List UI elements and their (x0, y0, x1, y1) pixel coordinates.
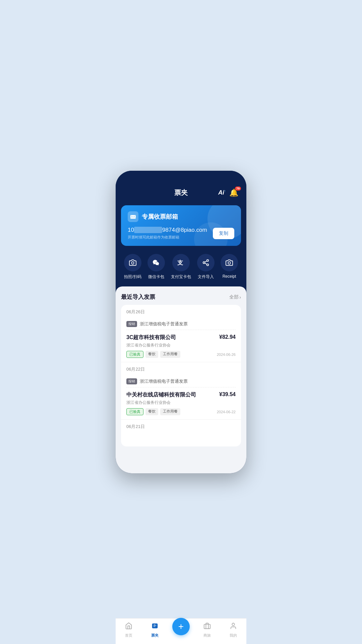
invoice-item-1[interactable]: 3C超市科技有限公司 ¥82.94 浙江省办公服务行业协会 已验真 餐饮 工作用… (121, 330, 241, 362)
email-card: ✉️ 专属收票邮箱 10████9874@8piao.com 开票时填写此邮箱作… (121, 205, 241, 246)
action-camera-label: 拍照/扫码 (124, 274, 141, 280)
action-wechat-label: 微信卡包 (148, 274, 164, 280)
section-header: 最近导入发票 全部 › (121, 293, 241, 301)
baoxiao-tag-1: 报销 (126, 321, 137, 327)
wechat-icon (147, 254, 165, 271)
invoice-sub-2: 浙江省办公服务行业协会 (126, 400, 236, 406)
date-group-2: 06月22日 报销 浙江增值税电子普通发票 (121, 362, 241, 387)
date-label-3: 06月21日 (126, 424, 236, 430)
email-card-title-text: 专属收票邮箱 (142, 213, 178, 221)
page-title: 票夹 (144, 188, 218, 197)
header-right: Ai↑ 🔔 79 (218, 189, 238, 197)
svg-point-0 (131, 262, 134, 264)
camera-icon (124, 254, 141, 271)
email-address: 10████9874@8piao.com (128, 227, 213, 233)
invoice-company-2: 中关村在线店铺科技有限公司 (126, 391, 196, 398)
ai-button[interactable]: Ai↑ (218, 189, 226, 196)
phone-shell: 票夹 Ai↑ 🔔 79 ✉️ 专属收票邮箱 10████9874@8piao.c… (116, 171, 246, 473)
tags-left-2: 已验真 餐饮 工作用餐 (126, 408, 180, 415)
quick-actions: 拍照/扫码 微信卡包 支 支付宝卡包 (116, 251, 246, 286)
ai-sup: ↑ (224, 189, 226, 193)
email-card-title-row: ✉️ 专属收票邮箱 (128, 211, 234, 222)
action-receipt-label: Receipt (223, 274, 236, 279)
notification-bell[interactable]: 🔔 79 (229, 189, 238, 197)
file-icon (197, 254, 215, 271)
action-file[interactable]: 文件导入 (197, 254, 215, 280)
action-receipt[interactable]: Receipt (221, 254, 238, 280)
tag-meal-2: 工作用餐 (160, 408, 180, 415)
svg-line-5 (205, 263, 207, 264)
action-alipay-label: 支付宝卡包 (171, 274, 191, 280)
baoxiao-tag-2: 报销 (126, 378, 137, 384)
svg-point-7 (228, 262, 230, 264)
copy-button[interactable]: 复制 (213, 228, 234, 239)
invoice-tags-row-1: 已验真 餐饮 工作用餐 2024-06-26 (126, 351, 236, 358)
date-label-2: 06月22日 (126, 366, 236, 372)
invoice-type-row-1: 报销 浙江增值税电子普通发票 (126, 318, 236, 330)
date-label-1: 06月26日 (126, 309, 236, 315)
notification-badge: 79 (235, 186, 241, 191)
invoice-date-2: 2024-06-22 (217, 410, 236, 414)
group-3-placeholder (121, 433, 241, 446)
alipay-icon: 支 (172, 254, 190, 271)
tag-catering-2: 餐饮 (145, 408, 158, 415)
header: 票夹 Ai↑ 🔔 79 (116, 171, 246, 203)
invoice-type-row-2: 报销 浙江增值税电子普通发票 (126, 376, 236, 387)
action-file-label: 文件导入 (198, 274, 214, 280)
svg-text:支: 支 (177, 260, 183, 266)
invoice-item-2[interactable]: 中关村在线店铺科技有限公司 ¥39.54 浙江省办公服务行业协会 已验真 餐饮 … (121, 387, 241, 420)
action-wechat[interactable]: 微信卡包 (147, 254, 165, 280)
email-icon: ✉️ (128, 211, 138, 222)
verified-tag-2: 已验真 (126, 408, 143, 415)
tags-left-1: 已验真 餐饮 工作用餐 (126, 351, 180, 358)
verified-tag-1: 已验真 (126, 351, 143, 358)
email-hint: 开票时填写此邮箱作为收票邮箱 (128, 235, 213, 240)
invoice-type-text-2: 浙江增值税电子普通发票 (140, 378, 188, 384)
section-more[interactable]: 全部 › (229, 294, 241, 300)
invoice-list: 06月26日 报销 浙江增值税电子普通发票 3C超市科技有限公司 ¥82.94 … (121, 305, 241, 446)
tag-meal-1: 工作用餐 (160, 351, 180, 358)
receipt-icon (221, 254, 238, 271)
invoice-amount-1: ¥82.94 (219, 334, 236, 340)
invoice-type-text-1: 浙江增值税电子普通发票 (140, 321, 188, 327)
invoice-tags-row-2: 已验真 餐饮 工作用餐 2024-06-22 (126, 408, 236, 415)
date-group-1: 06月26日 报销 浙江增值税电子普通发票 (121, 305, 241, 330)
invoice-date-1: 2024-06-26 (217, 353, 236, 357)
invoice-sub-1: 浙江省办公服务行业协会 (126, 342, 236, 348)
date-group-3: 06月21日 (121, 420, 241, 430)
email-card-body: 10████9874@8piao.com 开票时填写此邮箱作为收票邮箱 复制 (128, 227, 234, 240)
invoice-company-1: 3C超市科技有限公司 (126, 334, 176, 341)
invoice-amount-2: ¥39.54 (219, 391, 236, 397)
email-address-wrap: 10████9874@8piao.com 开票时填写此邮箱作为收票邮箱 (128, 227, 213, 240)
invoice-main-row-1: 3C超市科技有限公司 ¥82.94 (126, 334, 236, 341)
svg-line-6 (205, 261, 207, 262)
section-title: 最近导入发票 (121, 293, 155, 301)
tag-catering-1: 餐饮 (145, 351, 158, 358)
invoice-main-row-2: 中关村在线店铺科技有限公司 ¥39.54 (126, 391, 236, 398)
action-camera[interactable]: 拍照/扫码 (124, 254, 141, 280)
main-content: 最近导入发票 全部 › 06月26日 报销 浙江增值税电子普通发票 3C超市科技… (116, 286, 246, 473)
action-alipay[interactable]: 支 支付宝卡包 (171, 254, 191, 280)
